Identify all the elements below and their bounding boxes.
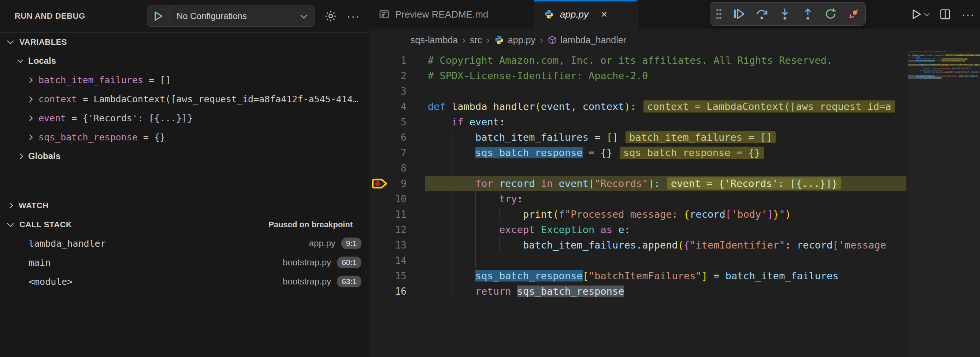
indent-guide bbox=[428, 191, 428, 207]
continue-icon[interactable] bbox=[732, 7, 746, 21]
stack-frame-row[interactable]: mainbootstrap.py60:1 bbox=[0, 253, 369, 272]
code-line[interactable]: try: bbox=[425, 191, 907, 207]
code-line[interactable]: batch_item_failures.append({"itemIdentif… bbox=[425, 237, 907, 253]
code-token bbox=[493, 178, 499, 189]
gutter-row[interactable]: 16 bbox=[369, 284, 425, 299]
line-number: 11 bbox=[395, 207, 407, 222]
code-line[interactable]: except Exception as e: bbox=[425, 222, 907, 237]
indent-guide bbox=[428, 207, 428, 222]
gripper-icon[interactable] bbox=[715, 8, 722, 20]
code-token: sqs_batch_response bbox=[475, 147, 583, 158]
frame-name: lambda_handler bbox=[29, 238, 106, 249]
tab-app-py[interactable]: app.py× bbox=[534, 0, 638, 29]
breadcrumb-label: lambda_handler bbox=[561, 35, 626, 45]
step-out-icon[interactable] bbox=[801, 7, 815, 21]
editor-group: Preview README.mdapp.py× bbox=[369, 0, 980, 357]
code-line[interactable]: # Copyright Amazon.com, Inc. or its affi… bbox=[425, 53, 907, 68]
code-line[interactable]: print(f"Processed message: {record['body… bbox=[425, 207, 907, 222]
more-actions-icon[interactable]: ··· bbox=[962, 9, 975, 20]
gutter-row[interactable]: 10 bbox=[369, 191, 425, 207]
code-token: : bbox=[517, 193, 523, 204]
split-editor-icon[interactable] bbox=[940, 9, 951, 20]
gutter-row[interactable]: 13 bbox=[369, 237, 425, 253]
breadcrumb-item-src[interactable]: src bbox=[470, 35, 482, 45]
code-token: "Processed message: bbox=[565, 209, 684, 220]
breadcrumb-item-lambda-handler[interactable]: lambda_handler bbox=[547, 35, 626, 45]
debug-toolbar bbox=[710, 2, 866, 26]
code-line[interactable] bbox=[425, 253, 907, 268]
gutter-row[interactable]: 3 bbox=[369, 84, 425, 99]
code-token: ( bbox=[678, 239, 684, 251]
tab-preview-readme-md[interactable]: Preview README.md bbox=[369, 0, 534, 29]
indent-guide bbox=[452, 176, 452, 191]
code-line[interactable] bbox=[425, 161, 907, 176]
globals-scope-row[interactable]: Globals bbox=[0, 147, 369, 166]
code-token: sqs_batch_response bbox=[475, 270, 583, 282]
variable-row[interactable]: context = LambdaContext([aws_request_id=… bbox=[0, 89, 369, 108]
code-token bbox=[612, 224, 618, 235]
gutter-row[interactable]: 9 bbox=[369, 176, 425, 191]
stack-frame-row[interactable]: lambda_handlerapp.py9:1 bbox=[0, 234, 369, 253]
locals-scope-row[interactable]: Locals bbox=[0, 51, 369, 70]
breadcrumb-item-app-py[interactable]: app.py bbox=[494, 35, 535, 45]
code-content[interactable]: # Copyright Amazon.com, Inc. or its affi… bbox=[425, 53, 907, 357]
indent-guide bbox=[475, 222, 476, 237]
line-number: 14 bbox=[395, 253, 407, 268]
code-token: event bbox=[541, 101, 571, 112]
variable-name: batch_item_failures bbox=[38, 75, 143, 85]
gutter-row[interactable]: 1 bbox=[369, 53, 425, 68]
indent-guide bbox=[452, 253, 452, 268]
frame-name: main bbox=[29, 257, 51, 268]
breakpoint-paused-icon[interactable] bbox=[372, 178, 388, 190]
gutter-row[interactable]: 2 bbox=[369, 68, 425, 84]
code-line[interactable] bbox=[425, 84, 907, 99]
run-icon[interactable] bbox=[911, 9, 929, 20]
variable-row[interactable]: sqs_batch_response = {} bbox=[0, 128, 369, 147]
gutter-row[interactable]: 4 bbox=[369, 99, 425, 114]
gutter-row[interactable]: 15 bbox=[369, 268, 425, 284]
step-into-icon[interactable] bbox=[778, 7, 791, 21]
gutter-row[interactable]: 11 bbox=[369, 207, 425, 222]
stack-frame-row[interactable]: <module>bootstrap.py63:1 bbox=[0, 272, 369, 291]
code-line[interactable]: # SPDX-License-Identifier: Apache-2.0 bbox=[425, 68, 907, 84]
code-line[interactable]: def lambda_handler(event, context):conte… bbox=[425, 99, 907, 114]
breadcrumb-item-sqs-lambda[interactable]: sqs-lambda bbox=[410, 35, 458, 45]
code-line[interactable]: if event: bbox=[425, 114, 907, 130]
watch-section-header[interactable]: WATCH bbox=[0, 196, 369, 215]
gear-icon[interactable] bbox=[324, 10, 337, 23]
run-dropdown-chevron-icon[interactable] bbox=[924, 10, 930, 16]
disconnect-icon[interactable] bbox=[847, 7, 860, 21]
gutter-row[interactable]: 14 bbox=[369, 253, 425, 268]
code-line[interactable]: batch_item_failures = []batch_item_failu… bbox=[425, 130, 907, 145]
code-line[interactable]: return sqs_batch_response bbox=[425, 284, 907, 299]
code-line[interactable]: for record in event["Records"]:event = {… bbox=[425, 176, 907, 191]
indent-guide bbox=[452, 268, 452, 284]
code-token: record bbox=[690, 209, 725, 220]
code-token: : bbox=[785, 239, 797, 251]
indent-guide bbox=[428, 114, 428, 130]
line-number: 6 bbox=[401, 130, 407, 145]
call-stack-section-header[interactable]: CALL STACK Paused on breakpoint bbox=[0, 215, 369, 234]
minimap[interactable]: # Copyright Amazon.com, Inc. or its affi… bbox=[907, 51, 980, 357]
gutter-row[interactable]: 8 bbox=[369, 161, 425, 176]
code-line[interactable]: sqs_batch_response = {}sqs_batch_respons… bbox=[425, 145, 907, 161]
close-icon[interactable]: × bbox=[601, 9, 608, 20]
variable-row[interactable]: batch_item_failures = [] bbox=[0, 70, 369, 89]
code-token: # Copyright Amazon.com, Inc. or its affi… bbox=[428, 54, 832, 66]
launch-configuration-dropdown[interactable]: No Configurations bbox=[147, 5, 315, 27]
call-stack-section: CALL STACK Paused on breakpoint lambda_h… bbox=[0, 215, 369, 291]
gutter-row[interactable]: 6 bbox=[369, 130, 425, 145]
more-icon[interactable]: ··· bbox=[347, 11, 360, 22]
step-over-icon[interactable] bbox=[755, 7, 768, 21]
frame-position-badge: 63:1 bbox=[337, 276, 361, 287]
gutter-row[interactable]: 5 bbox=[369, 114, 425, 130]
gutter-row[interactable]: 12 bbox=[369, 222, 425, 237]
variable-row[interactable]: event = {'Records': [{...}]} bbox=[0, 108, 369, 128]
frame-name: <module> bbox=[29, 276, 73, 287]
gutter-row[interactable]: 7 bbox=[369, 145, 425, 161]
restart-icon[interactable] bbox=[824, 7, 837, 21]
variables-section-header[interactable]: VARIABLES bbox=[0, 32, 369, 51]
start-debug-icon[interactable] bbox=[147, 6, 170, 26]
code-line[interactable]: sqs_batch_response["batchItemFailures"] … bbox=[425, 268, 907, 284]
code-token: [ bbox=[583, 270, 589, 282]
